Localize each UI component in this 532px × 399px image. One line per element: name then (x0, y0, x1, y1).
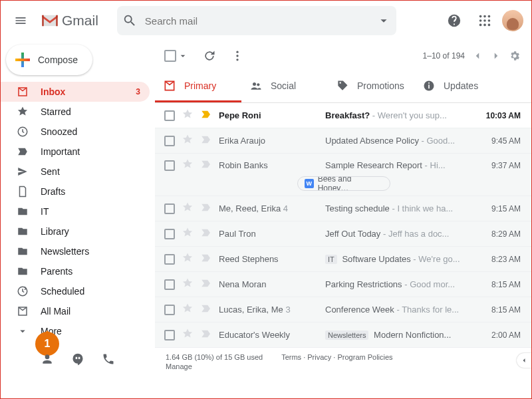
mail-checkbox[interactable] (164, 305, 175, 315)
mail-row[interactable]: Erika AraujoUpdated Absence Policy - Goo… (155, 128, 531, 154)
mail-body: Breakfast? - Weren't you sup... (325, 110, 471, 120)
sidebar-item-scheduled[interactable]: Scheduled (1, 281, 150, 301)
apps-button[interactable] (471, 7, 498, 34)
side-panel-toggle[interactable] (517, 353, 531, 368)
mail-snippet: - Weren't you sup... (370, 110, 447, 120)
mail-checkbox[interactable] (164, 254, 175, 265)
gmail-logo[interactable]: Gmail (41, 13, 98, 29)
compose-button[interactable]: Compose (6, 45, 92, 75)
hangouts-icon[interactable] (71, 352, 84, 366)
importance-icon[interactable] (200, 277, 212, 291)
folder-icon (17, 225, 29, 237)
tab-label: Social (271, 80, 296, 91)
mail-checkbox[interactable] (164, 330, 175, 340)
mail-row[interactable]: Nena MoranParking Restrictions - Good mo… (155, 272, 531, 297)
star-icon[interactable] (182, 158, 194, 172)
menu-button[interactable] (6, 6, 35, 35)
mail-row[interactable]: Lucas, Erika, Me 3Conference Week - Than… (155, 297, 531, 323)
tab-social[interactable]: Social (241, 71, 328, 102)
search-input[interactable] (145, 15, 376, 27)
mail-row[interactable]: Reed StephensIT Software Updates - We're… (155, 247, 531, 272)
plus-icon (15, 53, 30, 67)
star-icon[interactable] (182, 328, 194, 342)
select-all-checkbox[interactable] (164, 50, 176, 62)
sidebar-item-it[interactable]: IT (1, 201, 150, 221)
search-options-icon[interactable] (376, 13, 391, 28)
sidebar-item-label: IT (41, 206, 49, 217)
importance-icon[interactable] (200, 201, 212, 215)
refresh-icon[interactable] (203, 49, 216, 63)
mail-checkbox[interactable] (164, 136, 175, 146)
attachment-chip[interactable]: WBees and Honey… (297, 176, 390, 191)
mail-sender: Pepe Roni (219, 110, 319, 120)
sidebar-item-library[interactable]: Library (1, 221, 150, 241)
manage-link[interactable]: Manage (166, 362, 263, 370)
star-icon[interactable] (182, 108, 194, 122)
star-icon[interactable] (182, 252, 194, 266)
mail-row[interactable]: Me, Reed, Erika 4Testing schedule - I th… (155, 196, 531, 221)
settings-icon[interactable] (509, 50, 521, 62)
importance-icon[interactable] (200, 158, 212, 172)
mail-row[interactable]: Paul TronJeff Out Today - Jeff has a doc… (155, 221, 531, 247)
account-avatar[interactable] (502, 10, 523, 31)
star-icon[interactable] (182, 227, 194, 241)
importance-icon[interactable] (200, 303, 212, 317)
mail-row[interactable]: Educator's WeeklyNewsletters Modern Nonf… (155, 323, 531, 348)
mail-checkbox[interactable] (164, 160, 175, 171)
mail-sender: Paul Tron (219, 229, 319, 239)
importance-icon[interactable] (200, 328, 212, 342)
sidebar-item-more[interactable]: More (1, 321, 150, 341)
app-name: Gmail (62, 13, 98, 29)
mail-body: Testing schedule - I think we ha... (325, 203, 471, 213)
mail-row[interactable]: Robin BanksSample Research Report - Hi..… (155, 154, 531, 196)
mail-checkbox[interactable] (164, 110, 175, 121)
mail-subject: Parking Restrictions (325, 279, 402, 289)
sidebar-item-inbox[interactable]: Inbox3 (1, 82, 150, 102)
tab-icon (163, 79, 176, 92)
tab-primary[interactable]: Primary (155, 71, 241, 102)
star-icon[interactable] (182, 277, 194, 291)
prev-page-icon[interactable] (471, 50, 483, 62)
mail-time: 10:03 AM (478, 111, 521, 120)
importance-icon[interactable] (200, 108, 212, 122)
sidebar-item-label: Important (41, 146, 80, 157)
importance-icon[interactable] (200, 227, 212, 241)
sidebar-item-all-mail[interactable]: All Mail (1, 301, 150, 321)
importance-icon[interactable] (200, 134, 212, 148)
importance-icon[interactable] (200, 252, 212, 266)
star-icon[interactable] (182, 201, 194, 215)
sidebar-item-sent[interactable]: Sent (1, 162, 150, 182)
sidebar-item-drafts[interactable]: Drafts (1, 182, 150, 201)
sidebar-item-parents[interactable]: Parents (1, 261, 150, 281)
phone-icon[interactable] (102, 352, 115, 366)
list-toolbar: 1–10 of 194 (155, 41, 531, 71)
svg-point-1 (483, 15, 486, 18)
folder-icon (17, 166, 29, 178)
tab-updates[interactable]: Updates (414, 71, 501, 102)
tab-label: Primary (184, 80, 216, 91)
select-menu-icon[interactable] (178, 51, 188, 61)
search-bar[interactable] (117, 6, 396, 35)
contacts-icon[interactable] (41, 352, 54, 366)
sidebar-item-newsletters[interactable]: Newsletters (1, 241, 150, 261)
star-icon[interactable] (182, 303, 194, 317)
mail-checkbox[interactable] (164, 203, 175, 214)
help-button[interactable] (441, 7, 467, 34)
mail-checkbox[interactable] (164, 279, 175, 290)
sidebar-item-important[interactable]: Important (1, 142, 150, 162)
sidebar-item-snoozed[interactable]: Snoozed (1, 122, 150, 142)
footer-links[interactable]: Terms · Privacy · Program Policies (281, 353, 392, 361)
mail-checkbox[interactable] (164, 229, 175, 239)
mail-sender: Reed Stephens (219, 254, 319, 264)
more-icon[interactable] (231, 49, 244, 63)
svg-point-15 (257, 83, 259, 86)
mail-snippet: - Good... (419, 136, 455, 146)
star-icon[interactable] (182, 134, 194, 148)
doc-icon: W (305, 179, 314, 188)
tab-promotions[interactable]: Promotions (328, 71, 414, 102)
mail-body: Parking Restrictions - Good mor... (325, 279, 471, 289)
sidebar-item-starred[interactable]: Starred (1, 102, 150, 122)
mail-snippet: - Jeff has a doc... (383, 229, 449, 239)
next-page-icon[interactable] (490, 50, 502, 62)
mail-row[interactable]: Pepe RoniBreakfast? - Weren't you sup...… (155, 103, 531, 128)
